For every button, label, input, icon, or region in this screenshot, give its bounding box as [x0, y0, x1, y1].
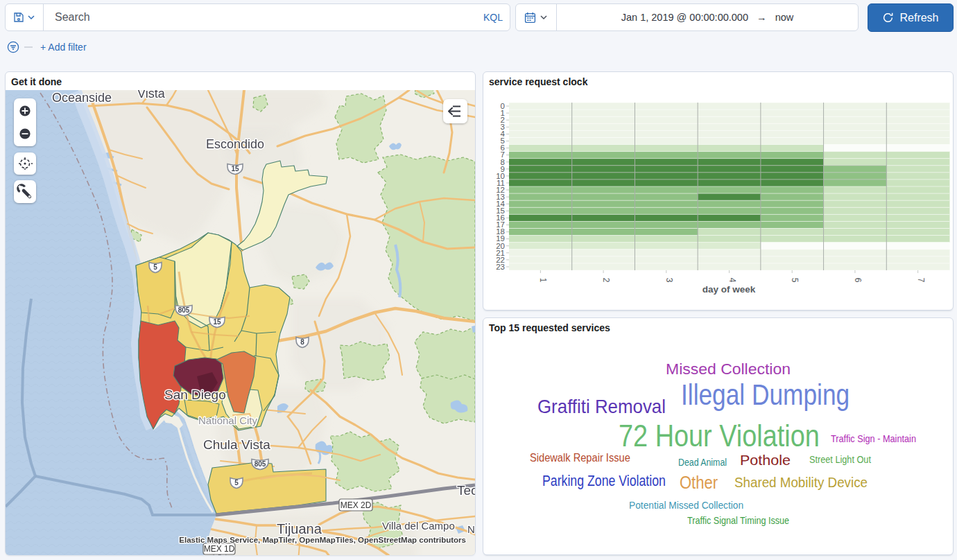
svg-text:4: 4 [727, 278, 737, 283]
svg-text:Na: Na [467, 523, 475, 535]
svg-text:MEX 2D: MEX 2D [340, 500, 372, 510]
svg-text:Tecate: Tecate [457, 483, 475, 498]
svg-text:23: 23 [496, 263, 505, 271]
svg-text:3: 3 [664, 278, 674, 283]
svg-text:15: 15 [231, 165, 239, 173]
svg-text:2: 2 [601, 278, 611, 283]
svg-text:National City: National City [198, 414, 258, 426]
svg-text:15: 15 [213, 318, 221, 326]
svg-text:San Diego: San Diego [164, 387, 226, 402]
svg-text:Escondido: Escondido [206, 137, 264, 151]
svg-text:805: 805 [178, 306, 190, 314]
svg-text:5: 5 [153, 263, 157, 271]
svg-text:Vista: Vista [137, 90, 166, 100]
svg-text:Villa del Campo: Villa del Campo [382, 520, 455, 532]
svg-text:5: 5 [790, 278, 800, 283]
svg-text:8: 8 [300, 338, 304, 346]
svg-text:6: 6 [853, 278, 863, 283]
svg-text:day of week: day of week [702, 284, 756, 295]
svg-text:5: 5 [234, 479, 239, 487]
svg-text:1: 1 [538, 278, 548, 283]
svg-text:Chula Vista: Chula Vista [203, 437, 270, 452]
svg-text:Tijuana: Tijuana [277, 521, 322, 536]
svg-text:Elastic Maps Service, MapTiler: Elastic Maps Service, MapTiler, OpenMapT… [179, 536, 466, 544]
svg-text:Oceanside: Oceanside [52, 91, 112, 105]
svg-text:MEX 1D: MEX 1D [204, 544, 235, 554]
svg-text:7: 7 [916, 278, 926, 283]
svg-text:805: 805 [255, 460, 266, 468]
